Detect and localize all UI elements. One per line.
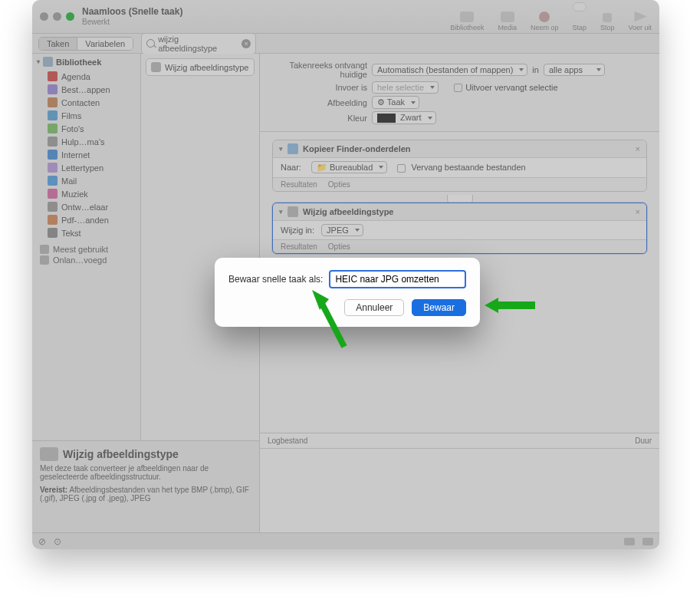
category-icon bbox=[48, 84, 58, 94]
sidebar-item[interactable]: Ontw…elaar bbox=[44, 200, 140, 213]
folder-icon bbox=[40, 245, 49, 254]
svg-marker-1 bbox=[485, 298, 535, 313]
save-button[interactable]: Bewaar bbox=[412, 299, 466, 316]
prop-label: Kleur bbox=[268, 114, 367, 123]
sidebar-item-label: Lettertypen bbox=[61, 163, 104, 173]
sidebar-item[interactable]: Agenda bbox=[44, 70, 140, 83]
library-icon bbox=[43, 57, 53, 67]
sidebar-item[interactable]: Foto's bbox=[44, 122, 140, 135]
sidebar-item[interactable]: Best…appen bbox=[44, 83, 140, 96]
step-title: Wijzig afbeeldingstype bbox=[303, 207, 393, 216]
receives-popup[interactable]: Automatisch (bestanden of mappen) bbox=[372, 64, 527, 76]
close-icon[interactable] bbox=[40, 12, 48, 21]
tabbar: Taken Variabelen wijzig afbeeldingstype … bbox=[32, 34, 659, 54]
save-name-input[interactable] bbox=[329, 270, 466, 288]
help-requires-label: Vereist: bbox=[40, 486, 67, 494]
help-panel: Wijzig afbeeldingstype Met deze taak con… bbox=[32, 440, 260, 532]
category-icon bbox=[48, 97, 58, 107]
toolbar-label: Stap bbox=[572, 24, 586, 31]
workflow-step-copy-finder[interactable]: ▾ Kopieer Finder-onderdelen × Naar: 📁 Bu… bbox=[272, 140, 647, 192]
view-icon[interactable] bbox=[642, 538, 653, 545]
output-replaces-checkbox[interactable] bbox=[454, 84, 462, 92]
toolbar-label: Media bbox=[498, 24, 517, 31]
toolbar-label: Bibliotheek bbox=[450, 24, 484, 31]
step-options-tab[interactable]: Opties bbox=[328, 242, 350, 251]
sidebar-item-recent[interactable]: Meest gebruikt bbox=[40, 244, 133, 255]
image-popup[interactable]: ⚙ Taak bbox=[372, 96, 419, 109]
clear-search-icon[interactable]: × bbox=[242, 39, 251, 48]
toolbar-label: Voer uit bbox=[628, 24, 652, 31]
step-results-tab[interactable]: Resultaten bbox=[281, 180, 317, 189]
input-popup[interactable]: hele selectie bbox=[372, 81, 439, 94]
prop-label: Takenreeks ontvangt huidige bbox=[268, 61, 367, 79]
close-step-icon[interactable]: × bbox=[636, 144, 640, 153]
sidebar-item-label: Onlan…voegd bbox=[53, 255, 107, 265]
annotation-arrow-save bbox=[485, 296, 538, 315]
preview-icon bbox=[288, 206, 298, 217]
sidebar-item-label: Pdf-…anden bbox=[61, 216, 109, 225]
tab-taken[interactable]: Taken bbox=[39, 38, 77, 50]
tab-variabelen[interactable]: Variabelen bbox=[77, 38, 133, 50]
prop-in-label: in bbox=[532, 65, 539, 74]
window-subtitle: Bewerkt bbox=[82, 18, 182, 26]
sidebar-item[interactable]: Films bbox=[44, 109, 140, 122]
workflow-properties: Takenreeks ontvangt huidige Automatisch … bbox=[260, 54, 659, 132]
prop-label: Afbeelding bbox=[268, 98, 367, 107]
cancel-button[interactable]: Annuleer bbox=[344, 299, 404, 316]
category-icon bbox=[48, 124, 58, 133]
log-header-duration: Duur bbox=[635, 436, 652, 445]
step-results-tab[interactable]: Resultaten bbox=[281, 242, 317, 251]
view-segment[interactable]: Taken Variabelen bbox=[38, 37, 133, 51]
help-description: Met deze taak converteer je afbeeldingen… bbox=[40, 464, 251, 481]
sidebar-item-label: Films bbox=[61, 111, 81, 120]
format-popup[interactable]: JPEG bbox=[321, 224, 363, 236]
sidebar-item[interactable]: Internet bbox=[44, 148, 140, 161]
sidebar-item[interactable]: Hulp…ma's bbox=[44, 135, 140, 148]
search-text: wijzig afbeeldingstype bbox=[158, 35, 238, 53]
titlebar: Naamloos (Snelle taak) Bewerkt Bibliothe… bbox=[32, 0, 659, 34]
workflow-step-change-image-type[interactable]: ▾ Wijzig afbeeldingstype × Wijzig in: JP… bbox=[272, 203, 647, 254]
replace-checkbox[interactable] bbox=[397, 164, 406, 173]
sidebar-item[interactable]: Mail bbox=[44, 174, 140, 187]
to-label: Naar: bbox=[281, 163, 301, 172]
disclosure-icon: ▾ bbox=[279, 145, 283, 153]
sidebar-item[interactable]: Pdf-…anden bbox=[44, 213, 140, 226]
close-step-icon[interactable]: × bbox=[636, 207, 640, 216]
destination-popup[interactable]: 📁 Bureaublad bbox=[311, 161, 387, 173]
category-icon bbox=[48, 228, 58, 238]
toolbar-step-button[interactable]: Stap bbox=[572, 2, 586, 31]
category-icon bbox=[48, 150, 58, 160]
sidebar-item[interactable]: Lettertypen bbox=[44, 161, 140, 174]
change-to-label: Wijzig in: bbox=[281, 226, 314, 235]
action-item[interactable]: Wijzig afbeeldingstype bbox=[146, 58, 255, 76]
color-popup[interactable]: Zwart bbox=[372, 111, 436, 124]
sidebar-item-label: Best…appen bbox=[61, 85, 110, 94]
zoom-icon[interactable] bbox=[66, 12, 74, 21]
toolbar-stop-button[interactable]: Stop bbox=[600, 13, 615, 31]
help-title: Wijzig afbeeldingstype bbox=[63, 448, 179, 460]
category-icon bbox=[48, 215, 58, 225]
toolbar-record-button[interactable]: Neem op bbox=[531, 12, 559, 31]
sidebar-item[interactable]: Muziek bbox=[44, 187, 140, 200]
toolbar-library-button[interactable]: Bibliotheek bbox=[450, 12, 484, 31]
sidebar-item[interactable]: Contacten bbox=[44, 96, 140, 109]
finder-icon bbox=[288, 143, 298, 154]
output-replaces-label: Uitvoer vervangt selectie bbox=[465, 83, 557, 92]
status-bar: ⊘ ⊙ bbox=[32, 532, 659, 549]
toolbar-media-button[interactable]: Media bbox=[498, 12, 517, 31]
help-icon bbox=[40, 447, 58, 461]
action-label: Wijzig afbeeldingstype bbox=[165, 63, 248, 72]
library-header[interactable]: ▾ Bibliotheek bbox=[32, 54, 140, 70]
view-icon[interactable] bbox=[624, 538, 635, 545]
search-icon bbox=[146, 39, 155, 48]
window-title: Naamloos (Snelle taak) bbox=[82, 7, 182, 17]
prop-label: Invoer is bbox=[268, 83, 367, 92]
search-input[interactable]: wijzig afbeeldingstype × bbox=[141, 33, 256, 54]
step-title: Kopieer Finder-onderdelen bbox=[303, 144, 411, 153]
toolbar-run-button[interactable]: Voer uit bbox=[628, 12, 652, 31]
sidebar-item-added[interactable]: Onlan…voegd bbox=[40, 255, 133, 265]
apps-popup[interactable]: alle apps bbox=[544, 64, 605, 76]
step-options-tab[interactable]: Opties bbox=[328, 180, 350, 189]
sidebar-item[interactable]: Tekst bbox=[44, 226, 140, 239]
minimize-icon[interactable] bbox=[53, 12, 61, 21]
